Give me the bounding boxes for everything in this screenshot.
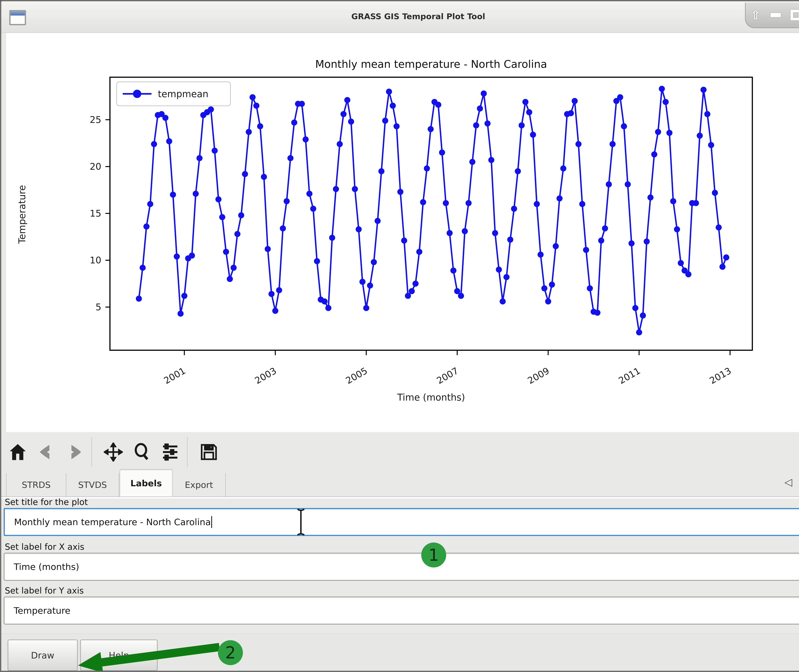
- title-input-value: Monthly mean temperature - North Carolin…: [14, 517, 211, 527]
- window-controls: ⇧ ✕: [745, 3, 799, 28]
- window-title: GRASS GIS Temporal Plot Tool: [1, 1, 799, 32]
- svg-text:2013: 2013: [708, 365, 733, 386]
- tab-content-divider: [1, 496, 799, 499]
- tab-strds[interactable]: STRDS: [6, 473, 66, 496]
- svg-text:2005: 2005: [344, 365, 369, 386]
- help-button[interactable]: Help: [80, 640, 158, 671]
- svg-text:Monthly mean temperature - Nor: Monthly mean temperature - North Carolin…: [315, 58, 547, 70]
- yaxis-input[interactable]: Temperature: [4, 597, 799, 624]
- tab-labels-label: Labels: [130, 478, 162, 488]
- back-icon[interactable]: [34, 438, 58, 466]
- plot-toolbar: [1, 432, 799, 472]
- tab-stvds[interactable]: STVDS: [66, 473, 119, 496]
- xaxis-input[interactable]: Time (months): [4, 553, 799, 581]
- draw-button-label: Draw: [31, 650, 54, 661]
- notebook-tabbar: STRDS STVDS Labels Export: [1, 470, 799, 496]
- shade-window-icon[interactable]: ⇧: [747, 6, 764, 24]
- pan-icon[interactable]: [101, 438, 125, 466]
- mouse-cursor-ibeam: [294, 508, 308, 536]
- svg-text:25: 25: [89, 114, 101, 125]
- tab-stvds-label: STVDS: [78, 480, 107, 490]
- save-icon[interactable]: [197, 438, 221, 466]
- svg-text:Temperature: Temperature: [17, 185, 27, 244]
- forward-icon[interactable]: [62, 438, 86, 466]
- svg-text:2011: 2011: [617, 365, 642, 386]
- svg-text:2001: 2001: [162, 365, 187, 386]
- tab-export[interactable]: Export: [173, 473, 226, 496]
- help-button-label: Help: [109, 650, 129, 661]
- zoom-icon[interactable]: [130, 438, 154, 466]
- svg-text:2009: 2009: [526, 365, 551, 386]
- title-input[interactable]: Monthly mean temperature - North Carolin…: [4, 508, 799, 536]
- svg-text:15: 15: [89, 208, 101, 219]
- toolbar-separator: [91, 437, 92, 467]
- xaxis-field-label: Set label for X axis: [5, 542, 85, 552]
- minimize-icon[interactable]: [767, 6, 785, 24]
- title-field-label: Set title for the plot: [5, 497, 88, 507]
- tab-labels[interactable]: Labels: [120, 470, 173, 496]
- toolbar-separator: [187, 437, 188, 467]
- svg-text:2007: 2007: [435, 365, 460, 386]
- text-caret: [211, 516, 212, 528]
- figure-canvas[interactable]: 5101520252001200320052007200920112013tem…: [6, 33, 799, 432]
- tabs-scroll-left-icon[interactable]: ◁: [781, 473, 796, 491]
- tab-strds-label: STRDS: [22, 480, 51, 490]
- xaxis-input-value: Time (months): [14, 562, 79, 572]
- tab-export-label: Export: [185, 480, 213, 490]
- svg-text:10: 10: [89, 255, 101, 266]
- svg-text:20: 20: [89, 161, 101, 172]
- configure-subplots-icon[interactable]: [158, 438, 182, 466]
- footer-bar: Draw Help: [1, 634, 799, 672]
- titlebar[interactable]: GRASS GIS Temporal Plot Tool ⇧ ✕: [1, 1, 799, 33]
- draw-button[interactable]: Draw: [8, 640, 78, 671]
- svg-text:2003: 2003: [253, 365, 278, 386]
- yaxis-input-value: Temperature: [14, 605, 70, 616]
- maximize-icon[interactable]: [787, 6, 799, 24]
- step-1-badge: 1: [421, 542, 446, 568]
- app-window: GRASS GIS Temporal Plot Tool ⇧ ✕ 5101520…: [0, 0, 799, 672]
- temporal-plot: 5101520252001200320052007200920112013tem…: [6, 33, 799, 432]
- svg-text:Time (months): Time (months): [397, 392, 465, 403]
- step-2-badge: 2: [218, 640, 243, 665]
- svg-text:5: 5: [96, 302, 101, 312]
- svg-text:tempmean: tempmean: [158, 88, 208, 99]
- home-icon[interactable]: [6, 438, 30, 466]
- yaxis-field-label: Set label for Y axis: [5, 586, 84, 595]
